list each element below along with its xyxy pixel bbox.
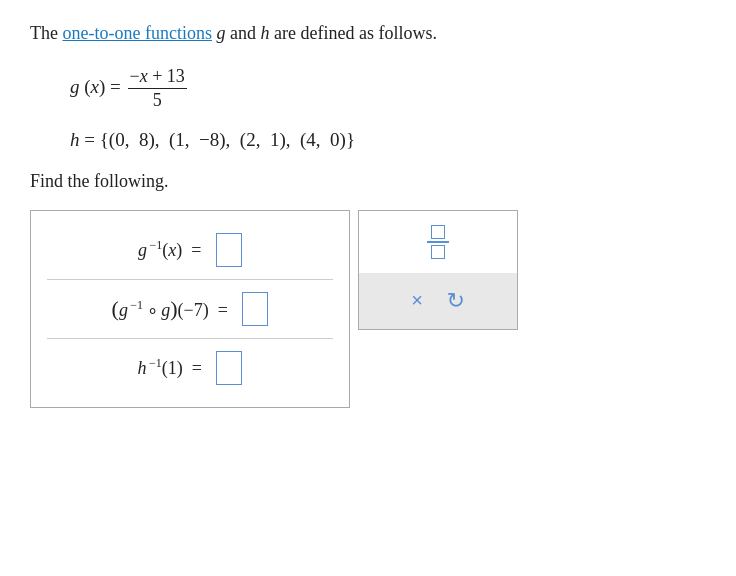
problem-row-3: h −1(1) =	[47, 339, 333, 397]
g-numerator: −x + 13	[128, 65, 187, 89]
answer-input-3[interactable]	[216, 351, 242, 385]
problem-1-label: g −1(x) =	[138, 238, 206, 261]
intro-text-middle: g and h are defined as follows.	[216, 23, 436, 43]
action-buttons-area: × ↺	[359, 273, 517, 329]
problem-area: g −1(x) = (g −1 ∘ g)(−7) = h −1(1) =	[30, 210, 706, 408]
g-fraction: −x + 13 5	[128, 65, 187, 113]
undo-button[interactable]: ↺	[447, 288, 465, 314]
fraction-button-area[interactable]	[359, 211, 517, 273]
answer-input-1[interactable]	[216, 233, 242, 267]
g-function-definition: g (x) = −x + 13 5	[70, 65, 706, 113]
intro-paragraph: The one-to-one functions g and h are def…	[30, 20, 706, 47]
clear-button[interactable]: ×	[411, 289, 423, 312]
answer-table: g −1(x) = (g −1 ∘ g)(−7) = h −1(1) =	[30, 210, 350, 408]
find-label: Find the following.	[30, 171, 706, 192]
problem-row-2: (g −1 ∘ g)(−7) =	[47, 280, 333, 339]
fraction-icon[interactable]	[427, 225, 449, 259]
problem-2-label: (g −1 ∘ g)(−7) =	[112, 296, 233, 322]
problem-row-1: g −1(x) =	[47, 221, 333, 280]
g-denominator: 5	[151, 89, 164, 112]
one-to-one-link[interactable]: one-to-one functions	[62, 23, 211, 43]
inverse-sup-1: −1	[147, 238, 162, 252]
intro-text-before: The	[30, 23, 62, 43]
problem-3-label: h −1(1) =	[138, 356, 207, 379]
answer-input-2[interactable]	[242, 292, 268, 326]
h-function-definition: h = {(0, 8), (1, −8), (2, 1), (4, 0)}	[70, 123, 706, 157]
right-panel: × ↺	[358, 210, 518, 330]
g-label: g	[70, 76, 80, 97]
